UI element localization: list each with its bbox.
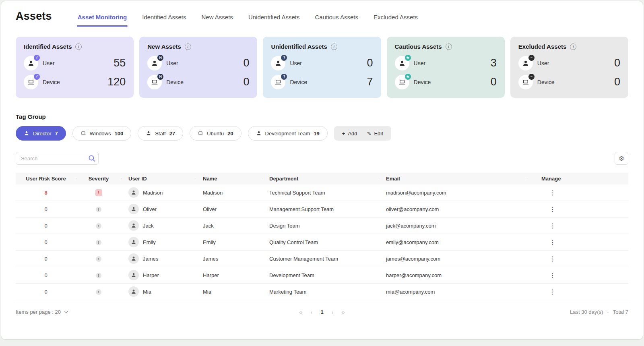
tag-pill-director[interactable]: Director 7 bbox=[16, 126, 66, 141]
device-count: 0 bbox=[243, 76, 249, 88]
assets-table: User Risk Score Severity User ID Name De… bbox=[16, 173, 628, 300]
table-toolbar: ⚙ bbox=[16, 152, 628, 165]
device-label: Device bbox=[537, 79, 555, 85]
table-row: 0 ! Emily Emily Quality Control Team emi… bbox=[16, 234, 628, 251]
device-icon: ✓ bbox=[24, 75, 38, 89]
department-cell: Quality Control Team bbox=[262, 239, 379, 245]
col-manage: Manage bbox=[527, 176, 628, 182]
search-input[interactable] bbox=[16, 152, 99, 165]
kebab-icon: ⋮ bbox=[549, 239, 556, 246]
row-menu-button[interactable]: ⋮ bbox=[546, 287, 559, 296]
items-per-page-label: Items per page : 20 bbox=[16, 309, 61, 315]
risk-score: 0 bbox=[44, 206, 47, 212]
tab-asset-monitoring[interactable]: Asset Monitoring bbox=[78, 14, 127, 27]
user-id-cell: Madison bbox=[121, 187, 196, 198]
tag-label: Staff bbox=[155, 131, 166, 137]
severity-badge: ! bbox=[96, 223, 101, 229]
question-badge-icon: ? bbox=[281, 55, 287, 61]
card-device-row: ★ Device 0 bbox=[395, 73, 497, 91]
user-id-cell: Mia bbox=[121, 286, 196, 297]
tag-count: 27 bbox=[169, 131, 175, 137]
tag-group-heading: Tag Group bbox=[16, 113, 628, 120]
device-label: Device bbox=[290, 79, 307, 85]
risk-score: 0 bbox=[44, 223, 47, 229]
search-box bbox=[16, 152, 99, 165]
tab-identified-assets[interactable]: Identified Assets bbox=[142, 14, 186, 27]
name-cell: Harper bbox=[196, 272, 262, 278]
user-id-cell: James bbox=[121, 253, 196, 264]
card-unidentified-assets: Unidentified Assets i ? User 0 ? Device … bbox=[263, 37, 381, 98]
user-icon: ★ bbox=[395, 56, 409, 70]
user-label: User bbox=[166, 60, 178, 66]
row-menu-button[interactable]: ⋮ bbox=[546, 188, 559, 197]
risk-score: 0 bbox=[44, 272, 47, 278]
edit-tag-button[interactable]: ✎ Edit bbox=[362, 131, 388, 137]
tag-label: Windows bbox=[90, 131, 111, 137]
device-label: Device bbox=[166, 79, 184, 85]
user-icon: ✓ bbox=[24, 56, 38, 70]
card-title: Cautious Assets bbox=[395, 43, 442, 50]
tag-pill-staff[interactable]: Staff 27 bbox=[138, 126, 183, 141]
info-icon[interactable]: i bbox=[570, 44, 576, 50]
add-tag-button[interactable]: + Add bbox=[337, 131, 362, 137]
department-cell: Design Team bbox=[262, 223, 379, 229]
user-id-cell: Oliver bbox=[121, 204, 196, 214]
device-icon: − bbox=[518, 75, 533, 89]
user-count: 0 bbox=[367, 57, 373, 69]
tab-new-assets[interactable]: New Assets bbox=[202, 14, 233, 27]
device-icon: N bbox=[147, 75, 162, 89]
info-icon[interactable]: i bbox=[185, 44, 191, 50]
row-menu-button[interactable]: ⋮ bbox=[546, 205, 559, 214]
info-icon[interactable]: i bbox=[331, 44, 337, 50]
prev-page-button[interactable]: ‹ bbox=[310, 309, 312, 315]
table-row: 8 ! Madison Madison Technical Support Te… bbox=[16, 184, 628, 201]
device-icon: ? bbox=[271, 75, 285, 89]
tab-excluded-assets[interactable]: Excluded Assets bbox=[374, 14, 418, 27]
current-page[interactable]: 1 bbox=[320, 309, 323, 315]
severity-badge: ! bbox=[95, 189, 102, 196]
user-id-cell: Harper bbox=[121, 270, 196, 280]
row-menu-button[interactable]: ⋮ bbox=[546, 254, 559, 263]
table-row: 0 ! Jack Jack Design Team jack@acompany.… bbox=[16, 218, 628, 234]
first-page-button[interactable]: « bbox=[299, 309, 302, 315]
department-cell: Marketing Team bbox=[262, 289, 379, 295]
tag-pill-development-team[interactable]: Development Team 19 bbox=[248, 126, 328, 141]
device-count: 7 bbox=[367, 76, 373, 88]
table-settings-button[interactable]: ⚙ bbox=[615, 152, 628, 165]
card-identified-assets: Identified Assets i ✓ User 55 ✓ Device 1… bbox=[16, 37, 134, 98]
table-header-row: User Risk Score Severity User ID Name De… bbox=[16, 173, 628, 184]
severity-badge: ! bbox=[96, 240, 101, 245]
tab-unidentified-assets[interactable]: Unidentified Assets bbox=[248, 14, 300, 27]
user-count: 55 bbox=[114, 57, 126, 69]
card-cautious-assets: Cautious Assets i ★ User 3 ★ Device 0 bbox=[387, 37, 505, 98]
email-cell: emily@acompany.com bbox=[379, 239, 527, 245]
total-label: Total 7 bbox=[613, 309, 628, 315]
user-id: James bbox=[143, 256, 158, 262]
row-menu-button[interactable]: ⋮ bbox=[546, 221, 559, 230]
avatar bbox=[128, 253, 139, 264]
card-title: New Assets bbox=[147, 43, 181, 50]
kebab-icon: ⋮ bbox=[549, 189, 556, 196]
star-badge-icon: ★ bbox=[405, 55, 411, 61]
table-row: 0 ! Oliver Oliver Management Support Tea… bbox=[16, 201, 628, 218]
last-page-button[interactable]: » bbox=[342, 309, 345, 315]
next-page-button[interactable]: › bbox=[332, 309, 334, 315]
row-menu-button[interactable]: ⋮ bbox=[546, 271, 559, 280]
table-row: 0 ! James James Customer Management Team… bbox=[16, 251, 628, 267]
info-icon[interactable]: i bbox=[446, 44, 452, 50]
user-icon: − bbox=[518, 56, 533, 70]
col-user-id: User ID bbox=[121, 176, 196, 182]
kebab-icon: ⋮ bbox=[549, 288, 556, 295]
search-icon[interactable] bbox=[88, 154, 96, 162]
tag-pill-ubuntu[interactable]: Ubuntu 20 bbox=[190, 126, 241, 141]
tag-pill-windows[interactable]: Windows 100 bbox=[72, 126, 131, 141]
kebab-icon: ⋮ bbox=[549, 272, 556, 279]
risk-score: 8 bbox=[44, 190, 47, 196]
summary-range: Last 30 day(s) · Total 7 bbox=[570, 309, 628, 315]
row-menu-button[interactable]: ⋮ bbox=[546, 238, 559, 247]
info-icon[interactable]: i bbox=[75, 44, 82, 50]
tab-cautious-assets[interactable]: Cautious Assets bbox=[315, 14, 358, 27]
tag-count: 100 bbox=[115, 131, 124, 137]
kebab-icon: ⋮ bbox=[549, 222, 556, 229]
items-per-page-select[interactable]: Items per page : 20 bbox=[16, 309, 68, 315]
